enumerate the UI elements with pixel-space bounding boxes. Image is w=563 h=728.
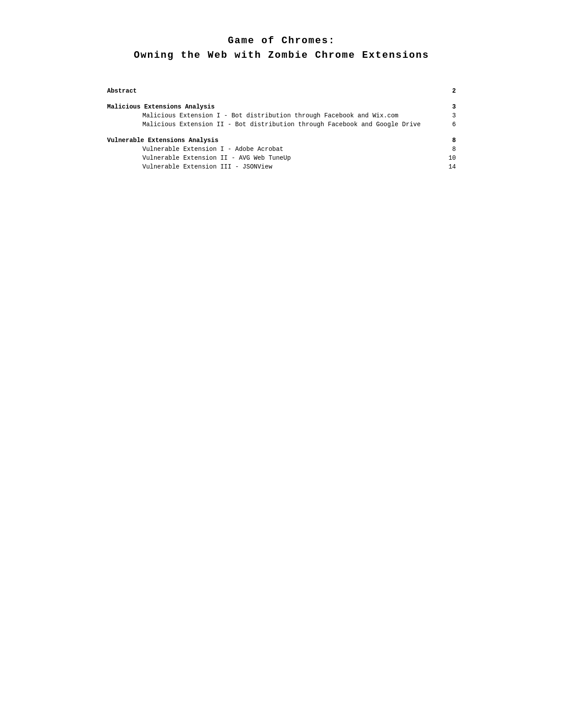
toc-section-page: 3 — [452, 103, 456, 110]
toc-item-row: Malicious Extension I - Bot distribution… — [107, 112, 456, 119]
toc-header-row: Abstract2 — [107, 87, 456, 94]
toc-section-page: 2 — [452, 87, 456, 94]
page: Game of Chromes: Owning the Web with Zom… — [72, 0, 491, 728]
toc-item-row: Vulnerable Extension III - JSONView14 — [107, 163, 456, 170]
title-block: Game of Chromes: Owning the Web with Zom… — [107, 35, 456, 61]
table-of-contents: Abstract2Malicious Extensions Analysis3M… — [107, 87, 456, 170]
toc-section: Vulnerable Extensions Analysis8Vulnerabl… — [107, 137, 456, 170]
toc-section-label: Vulnerable Extensions Analysis — [107, 137, 219, 144]
toc-section-label: Malicious Extensions Analysis — [107, 103, 215, 110]
toc-section-page: 8 — [452, 137, 456, 144]
toc-item-label: Malicious Extension II - Bot distributio… — [143, 121, 421, 128]
toc-item-label: Vulnerable Extension III - JSONView — [143, 163, 272, 170]
toc-item-page: 14 — [449, 163, 456, 170]
toc-item-label: Vulnerable Extension II - AVG Web TuneUp — [143, 154, 291, 161]
toc-item-row: Malicious Extension II - Bot distributio… — [107, 121, 456, 128]
toc-item-page: 10 — [449, 154, 456, 161]
toc-item-label: Vulnerable Extension I - Adobe Acrobat — [143, 146, 283, 153]
toc-section-label: Abstract — [107, 87, 137, 94]
toc-item-page: 6 — [452, 121, 456, 128]
toc-item-label: Malicious Extension I - Bot distribution… — [143, 112, 399, 119]
toc-section: Abstract2 — [107, 87, 456, 94]
toc-item-page: 8 — [452, 146, 456, 153]
toc-header-row: Vulnerable Extensions Analysis8 — [107, 137, 456, 144]
toc-item-row: Vulnerable Extension I - Adobe Acrobat8 — [107, 146, 456, 153]
title-main: Game of Chromes: — [107, 35, 456, 46]
toc-item-row: Vulnerable Extension II - AVG Web TuneUp… — [107, 154, 456, 161]
title-sub: Owning the Web with Zombie Chrome Extens… — [107, 50, 456, 61]
toc-header-row: Malicious Extensions Analysis3 — [107, 103, 456, 110]
toc-item-page: 3 — [452, 112, 456, 119]
toc-section: Malicious Extensions Analysis3Malicious … — [107, 103, 456, 128]
